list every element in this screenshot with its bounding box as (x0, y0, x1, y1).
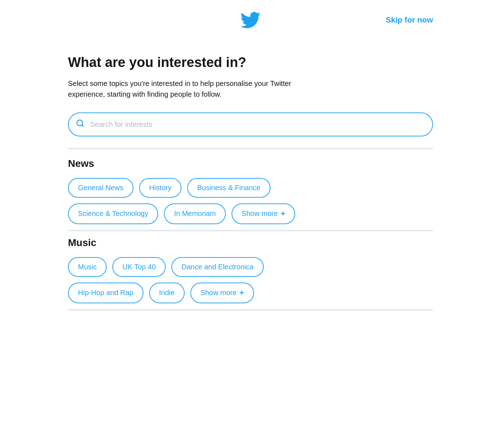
tag-music-3[interactable]: Hip-Hop and Rap (68, 283, 144, 303)
skip-for-now-link[interactable]: Skip for now (386, 15, 433, 25)
twitter-logo (240, 10, 261, 33)
main-content: What are you interested in? Select some … (68, 40, 433, 310)
tag-news-4[interactable]: In Memoriam (164, 203, 226, 224)
header: Skip for now (68, 0, 433, 40)
tag-music-1[interactable]: UK Top 40 (112, 257, 166, 277)
tag-news-1[interactable]: History (139, 178, 181, 198)
tags-row-1-news: General NewsHistoryBusiness & Finance (68, 178, 433, 198)
tag-music-4[interactable]: Indie (149, 283, 185, 303)
tag-news-5[interactable]: Show more + (232, 203, 295, 224)
section-music: MusicMusicUK Top 40Dance and Electronica… (68, 237, 433, 310)
tag-news-2[interactable]: Business & Finance (187, 178, 271, 198)
tags-row-2-music: Hip-Hop and RapIndieShow more + (68, 283, 433, 303)
show-more-plus: + (239, 288, 244, 298)
tags-row-1-music: MusicUK Top 40Dance and Electronica (68, 257, 433, 277)
section-news: NewsGeneral NewsHistoryBusiness & Financ… (68, 158, 433, 231)
section-title-music: Music (68, 237, 433, 249)
tag-music-5[interactable]: Show more + (190, 283, 254, 303)
section-title-news: News (68, 158, 433, 169)
sections-container: NewsGeneral NewsHistoryBusiness & Financ… (68, 158, 433, 310)
tag-news-3[interactable]: Science & Technology (68, 203, 158, 224)
section-divider-music (68, 309, 433, 310)
tag-music-0[interactable]: Music (68, 257, 107, 277)
tag-news-0[interactable]: General News (68, 178, 133, 198)
tags-row-2-news: Science & TechnologyIn MemoriamShow more… (68, 203, 433, 224)
show-more-plus: + (281, 209, 285, 218)
tag-music-2[interactable]: Dance and Electronica (171, 257, 263, 277)
section-divider-top (68, 148, 433, 149)
page-subtitle: Select some topics you're interested in … (68, 78, 318, 100)
search-input[interactable] (68, 112, 433, 136)
section-divider-news (68, 230, 433, 231)
page-title: What are you interested in? (68, 54, 433, 71)
search-container (68, 112, 433, 136)
